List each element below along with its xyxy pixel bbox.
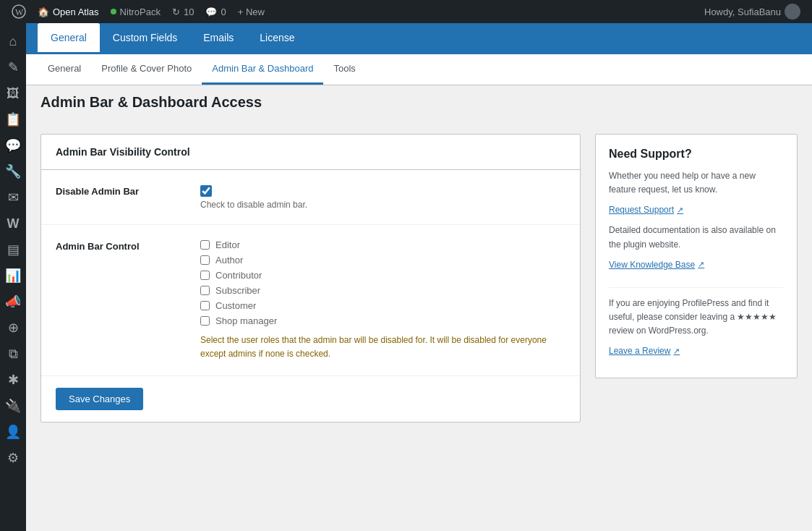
user-avatar [785, 4, 800, 20]
view-knowledge-base-link[interactable]: View Knowledge Base ↗ [609, 260, 704, 270]
card-header: Admin Bar Visibility Control [41, 135, 580, 170]
analytics-icon[interactable]: 📊 [0, 263, 26, 288]
save-changes-button[interactable]: Save Changes [56, 388, 143, 410]
settings-table: Disable Admin Bar Check to disable admin… [41, 170, 580, 376]
subnav-admin-bar-dashboard[interactable]: Admin Bar & Dashboard [202, 54, 323, 85]
plugin-tabs: General Custom Fields Emails License [26, 23, 812, 54]
role-customer-checkbox[interactable] [200, 301, 210, 310]
marketing-icon[interactable]: 📣 [0, 289, 26, 314]
tools-icon[interactable]: 🔧 [0, 159, 26, 184]
media-icon[interactable]: 🖼 [0, 81, 26, 106]
support-card: Need Support? Whether you need help or h… [595, 134, 798, 378]
support-text-2: Detailed documentation is also available… [609, 224, 784, 251]
forms-icon[interactable]: ▤ [0, 237, 26, 262]
leave-review-link[interactable]: Leave a Review ↗ [609, 346, 680, 356]
role-contributor-label: Contributor [215, 270, 262, 281]
page-title: Admin Bar & Dashboard Access [26, 85, 812, 111]
role-editor-row: Editor [200, 239, 565, 250]
disable-admin-bar-description: Check to disable admin bar. [200, 200, 565, 210]
sub-navigation: General Profile & Cover Photo Admin Bar … [26, 54, 812, 85]
nitropack-item[interactable]: NitroPack [105, 0, 166, 23]
main-content: General Custom Fields Emails License Gen… [26, 23, 812, 531]
role-author-checkbox[interactable] [200, 255, 210, 265]
tab-general[interactable]: General [38, 23, 100, 54]
users-icon[interactable]: 👤 [0, 420, 26, 444]
card-footer: Save Changes [41, 376, 580, 422]
settings-icon[interactable]: ✱ [0, 368, 26, 392]
role-subscriber-label: Subscriber [215, 285, 260, 296]
tab-custom-fields[interactable]: Custom Fields [100, 23, 190, 54]
role-editor-label: Editor [215, 239, 240, 250]
howdy-item[interactable]: Howdy, SufiaBanu [698, 0, 806, 23]
pages-icon[interactable]: 📋 [0, 107, 26, 132]
role-shop-manager-checkbox[interactable] [200, 316, 210, 326]
comments-icon[interactable]: 💬 [0, 133, 26, 158]
comments-item[interactable]: 💬 0 [200, 0, 231, 23]
admin-sidebar: ⌂ ✎ 🖼 📋 💬 🔧 ✉ W ▤ 📊 📣 ⊕ ⧉ ✱ 🔌 👤 ⚙ [0, 23, 26, 531]
admin-bar-control-helper: Select the user roles that the admin bar… [200, 334, 565, 361]
subnav-general[interactable]: General [38, 54, 91, 85]
role-subscriber-row: Subscriber [200, 285, 565, 296]
posts-icon[interactable]: ✎ [0, 55, 26, 80]
subnav-profile-cover-photo[interactable]: Profile & Cover Photo [91, 54, 202, 85]
subnav-tools[interactable]: Tools [323, 54, 365, 85]
role-contributor-checkbox[interactable] [200, 271, 210, 280]
role-author-label: Author [215, 255, 243, 266]
admin-bar: W 🏠 Open Atlas NitroPack ↻ 10 💬 0 + New … [0, 0, 812, 23]
content-wrap: Admin Bar Visibility Control Disable Adm… [26, 122, 812, 434]
role-subscriber-checkbox[interactable] [200, 286, 210, 295]
support-title: Need Support? [609, 148, 784, 161]
external-link-icon: ↗ [677, 205, 683, 215]
request-support-link[interactable]: Request Support ↗ [609, 205, 683, 215]
wp-logo[interactable]: W [6, 0, 32, 23]
updates-item[interactable]: ↻ 10 [166, 0, 200, 23]
new-content-item[interactable]: + New [232, 0, 270, 23]
nitropack-status-dot [111, 9, 116, 14]
external-link-icon-2: ↗ [698, 260, 704, 269]
disable-admin-bar-checkbox[interactable] [200, 185, 212, 197]
main-settings-card: Admin Bar Visibility Control Disable Adm… [40, 134, 581, 422]
disable-admin-bar-field: Check to disable admin bar. [186, 170, 580, 224]
role-author-row: Author [200, 255, 565, 266]
admin-bar-control-label: Admin Bar Control [41, 224, 186, 375]
svg-text:W: W [15, 7, 24, 17]
role-customer-row: Customer [200, 300, 565, 311]
role-editor-checkbox[interactable] [200, 240, 210, 250]
layers-icon[interactable]: ⧉ [0, 341, 26, 366]
site-name[interactable]: 🏠 Open Atlas [32, 0, 105, 23]
support-text-1: Whether you need help or have a new feat… [609, 169, 784, 197]
external-link-icon-3: ↗ [673, 347, 680, 356]
woo-icon[interactable]: W [0, 211, 26, 236]
support-text-3: If you are enjoying ProfilePress and fin… [609, 297, 784, 339]
more-icon[interactable]: ⚙ [0, 446, 26, 470]
role-shop-manager-row: Shop manager [200, 315, 565, 326]
role-contributor-row: Contributor [200, 270, 565, 281]
disable-admin-bar-label: Disable Admin Bar [41, 170, 186, 224]
role-customer-label: Customer [215, 300, 256, 311]
tab-emails[interactable]: Emails [190, 23, 247, 54]
disable-admin-bar-row: Disable Admin Bar Check to disable admin… [41, 170, 580, 224]
admin-bar-control-row: Admin Bar Control Editor Author Contr [41, 224, 580, 375]
role-shop-manager-label: Shop manager [215, 315, 277, 326]
members-icon[interactable]: ⊕ [0, 315, 26, 340]
plugins-icon[interactable]: 🔌 [0, 394, 26, 418]
admin-bar-control-field: Editor Author Contributor Subscribe [186, 224, 580, 375]
mail-icon[interactable]: ✉ [0, 185, 26, 210]
support-divider [609, 287, 784, 288]
tab-license[interactable]: License [247, 23, 307, 54]
dashboard-icon[interactable]: ⌂ [0, 29, 26, 54]
